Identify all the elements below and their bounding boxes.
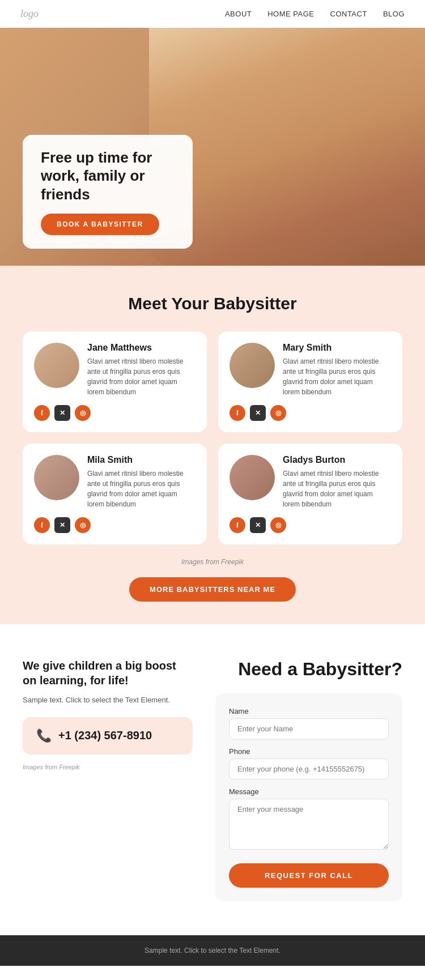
sitter-info-gladys: Gladys Burton Glavi amet ritnisl libero … [283, 455, 391, 509]
facebook-icon-jane[interactable]: f [34, 405, 50, 421]
form-group-phone: Phone [229, 747, 389, 779]
phone-number: +1 (234) 567-8910 [58, 729, 152, 742]
x-icon-gladys[interactable]: ✕ [250, 517, 266, 533]
sitter-avatar-gladys [230, 455, 275, 500]
hero-background: Free up time for work, family or friends… [0, 28, 425, 266]
sitter-info-mila: Mila Smith Glavi amet ritnisl libero mol… [87, 455, 196, 509]
instagram-icon-mary[interactable]: ◎ [270, 405, 286, 421]
sitter-card-mila: Mila Smith Glavi amet ritnisl libero mol… [23, 444, 207, 544]
request-call-button[interactable]: REQUEST FOR CALL [229, 863, 389, 888]
x-icon-jane[interactable]: ✕ [54, 405, 70, 421]
need-right: Need a Babysitter? Name Phone Message RE… [215, 658, 402, 901]
facebook-icon-gladys[interactable]: f [230, 517, 245, 533]
name-input[interactable] [229, 718, 389, 739]
sitter-name-mary: Mary Smith [283, 343, 391, 353]
sitter-avatar-mila [34, 455, 79, 500]
sitter-social-jane: f ✕ ◎ [34, 405, 196, 421]
sitter-social-mila: f ✕ ◎ [34, 517, 196, 533]
sitter-top-mary: Mary Smith Glavi amet ritnisl libero mol… [230, 343, 391, 397]
contact-form: Name Phone Message REQUEST FOR CALL [215, 693, 402, 901]
x-icon-mary[interactable]: ✕ [250, 405, 266, 421]
instagram-icon-mila[interactable]: ◎ [75, 517, 91, 533]
navbar: logo ABOUT HOME PAGE CONTACT BLOG [0, 0, 425, 28]
name-label: Name [229, 707, 389, 715]
need-body-text: Sample text. Click to select the Text El… [23, 694, 193, 706]
sitter-grid: Jane Matthews Glavi amet ritnisl libero … [23, 331, 402, 544]
facebook-icon-mary[interactable]: f [230, 405, 245, 421]
phone-label: Phone [229, 747, 389, 756]
phone-icon: 📞 [36, 728, 52, 743]
form-group-name: Name [229, 707, 389, 739]
sitter-social-gladys: f ✕ ◎ [230, 517, 391, 533]
sitter-avatar-jane [34, 343, 79, 388]
book-babysitter-button[interactable]: BOOK A BABYSITTER [41, 214, 159, 235]
sitter-desc-mila: Glavi amet ritnisl libero molestie ante … [87, 468, 196, 509]
sitter-desc-jane: Glavi amet ritnisl libero molestie ante … [87, 356, 196, 397]
freepik-note-meet: Images from Freepik [23, 558, 402, 566]
need-left: We give children a big boost on learning… [23, 658, 193, 770]
sitter-card-jane: Jane Matthews Glavi amet ritnisl libero … [23, 331, 207, 432]
footer-text: Sample text. Click to select the Text El… [23, 947, 402, 955]
nav-blog[interactable]: BLOG [383, 10, 405, 18]
instagram-icon-gladys[interactable]: ◎ [270, 517, 286, 533]
hero-heading: Free up time for work, family or friends [41, 148, 175, 204]
freepik-note-need: Images from Freepik [23, 764, 193, 770]
instagram-icon-jane[interactable]: ◎ [75, 405, 91, 421]
sitter-desc-gladys: Glavi amet ritnisl libero molestie ante … [283, 468, 391, 509]
nav-about[interactable]: ABOUT [225, 10, 252, 18]
sitter-info-jane: Jane Matthews Glavi amet ritnisl libero … [87, 343, 196, 397]
x-icon-mila[interactable]: ✕ [54, 517, 70, 533]
message-textarea[interactable] [229, 799, 389, 850]
phone-input[interactable] [229, 759, 389, 779]
sitter-card-mary: Mary Smith Glavi amet ritnisl libero mol… [218, 331, 402, 432]
logo: logo [20, 8, 39, 20]
need-title: Need a Babysitter? [215, 658, 402, 680]
sitter-name-jane: Jane Matthews [87, 343, 196, 353]
sitter-avatar-mary [230, 343, 275, 388]
need-subtitle: We give children a big boost on learning… [23, 658, 193, 688]
hero-section: Free up time for work, family or friends… [0, 28, 425, 266]
sitter-social-mary: f ✕ ◎ [230, 405, 391, 421]
sitter-name-mila: Mila Smith [87, 455, 196, 465]
meet-title: Meet Your Babysitter [23, 294, 402, 313]
sitter-info-mary: Mary Smith Glavi amet ritnisl libero mol… [283, 343, 391, 397]
message-label: Message [229, 787, 389, 796]
nav-contact[interactable]: CONTACT [330, 10, 367, 18]
sitter-top-jane: Jane Matthews Glavi amet ritnisl libero … [34, 343, 196, 397]
meet-section: Meet Your Babysitter Jane Matthews Glavi… [0, 266, 425, 624]
sitter-card-gladys: Gladys Burton Glavi amet ritnisl libero … [218, 444, 402, 544]
facebook-icon-mila[interactable]: f [34, 517, 50, 533]
nav-home[interactable]: HOME PAGE [267, 10, 314, 18]
phone-box: 📞 +1 (234) 567-8910 [23, 717, 193, 755]
sitter-top-mila: Mila Smith Glavi amet ritnisl libero mol… [34, 455, 196, 509]
sitter-name-gladys: Gladys Burton [283, 455, 391, 465]
nav-links: ABOUT HOME PAGE CONTACT BLOG [225, 10, 405, 18]
hero-text-box: Free up time for work, family or friends… [23, 135, 193, 249]
form-group-message: Message [229, 787, 389, 852]
need-section: We give children a big boost on learning… [0, 624, 425, 935]
footer: Sample text. Click to select the Text El… [0, 935, 425, 966]
sitter-top-gladys: Gladys Burton Glavi amet ritnisl libero … [230, 455, 391, 509]
sitter-desc-mary: Glavi amet ritnisl libero molestie ante … [283, 356, 391, 397]
more-babysitters-button[interactable]: MORE BABYSITTERS NEAR ME [129, 577, 296, 602]
